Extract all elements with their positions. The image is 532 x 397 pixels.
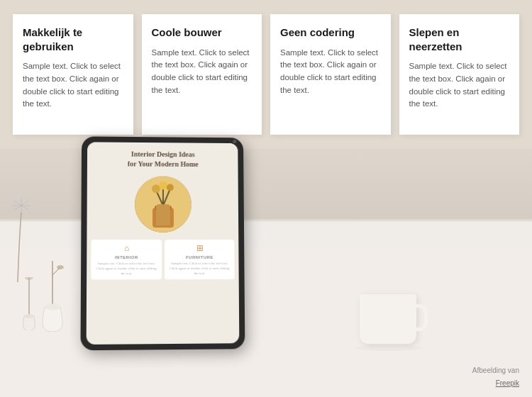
furniture-label: FURNITURE	[167, 255, 232, 259]
tablet-device: Interior Design Ideas for Your Modern Ho…	[80, 136, 245, 350]
svg-point-18	[25, 277, 33, 280]
card-2-body: Sample text. Click to select the text bo…	[152, 47, 253, 97]
card-1-body: Sample text. Click to select the text bo…	[23, 60, 123, 111]
card-2[interactable]: Coole bouwer Sample text. Click to selec…	[142, 14, 262, 135]
interior-text: Sample text. Click to select the text bo…	[94, 261, 159, 276]
attribution-line1: Afbeelding van	[472, 366, 519, 376]
svg-point-14	[13, 200, 16, 202]
tablet-interior-card: ⌂ INTERIOR Sample text. Click to select …	[91, 240, 162, 279]
card-4-body: Sample text. Click to select the text bo…	[409, 60, 510, 111]
tablet-title-line2: for Your Modern Home	[94, 159, 231, 169]
svg-line-5	[14, 206, 21, 210]
card-1[interactable]: Makkelijk te gebruiken Sample text. Clic…	[13, 14, 133, 135]
cup-wrapper	[360, 294, 422, 351]
plant-decoration	[4, 197, 39, 285]
card-1-title: Makkelijk te gebruiken	[23, 26, 123, 53]
desk-surface	[0, 248, 532, 397]
svg-point-16	[12, 205, 14, 207]
svg-line-3	[21, 206, 28, 210]
vase-small	[21, 277, 37, 333]
card-3[interactable]: Geen codering Sample text. Click to sele…	[270, 14, 391, 135]
tablet-header: Interior Design Ideas for Your Modern Ho…	[87, 142, 238, 174]
svg-line-2	[21, 201, 28, 206]
card-3-title: Geen codering	[280, 26, 381, 40]
card-2-title: Coole bouwer	[152, 26, 253, 40]
svg-point-19	[24, 314, 34, 318]
tablet-screen: Interior Design Ideas for Your Modern Ho…	[87, 142, 240, 345]
tablet-furniture-card: ⊞ FURNITURE Sample text. Click to select…	[165, 240, 235, 279]
svg-point-32	[167, 184, 174, 191]
tablet-title-line1: Interior Design Ideas	[94, 149, 231, 160]
svg-point-10	[28, 200, 30, 202]
card-4-title: Slepen en neerzetten	[409, 26, 510, 53]
svg-line-6	[14, 201, 21, 206]
svg-point-23	[45, 304, 60, 311]
vase-large	[39, 261, 66, 335]
svg-point-9	[21, 198, 23, 200]
tablet-hero-image	[135, 176, 192, 233]
svg-rect-26	[155, 206, 172, 210]
svg-point-30	[159, 181, 167, 189]
svg-point-22	[57, 265, 64, 269]
tablet-bottom-section: ⌂ INTERIOR Sample text. Click to select …	[87, 235, 239, 284]
furniture-icon: ⊞	[167, 243, 232, 254]
svg-rect-25	[153, 208, 174, 228]
svg-point-11	[28, 209, 30, 211]
tablet-camera	[233, 140, 236, 143]
svg-point-15	[29, 205, 31, 207]
svg-point-13	[13, 209, 16, 211]
attribution-link[interactable]: Freepik	[496, 379, 519, 387]
tablet: Interior Design Ideas for Your Modern Ho…	[82, 136, 245, 349]
furniture-text: Sample text. Click to select the text bo…	[167, 261, 232, 276]
attribution: Afbeelding van Freepik	[472, 366, 519, 388]
cards-container: Makkelijk te gebruiken Sample text. Clic…	[13, 14, 519, 135]
cup-saucer	[355, 345, 422, 351]
interior-icon: ⌂	[94, 243, 159, 254]
cup	[360, 294, 416, 344]
interior-label: INTERIOR	[94, 255, 159, 259]
card-4[interactable]: Slepen en neerzetten Sample text. Click …	[399, 14, 520, 135]
card-3-body: Sample text. Click to select the text bo…	[280, 47, 381, 97]
